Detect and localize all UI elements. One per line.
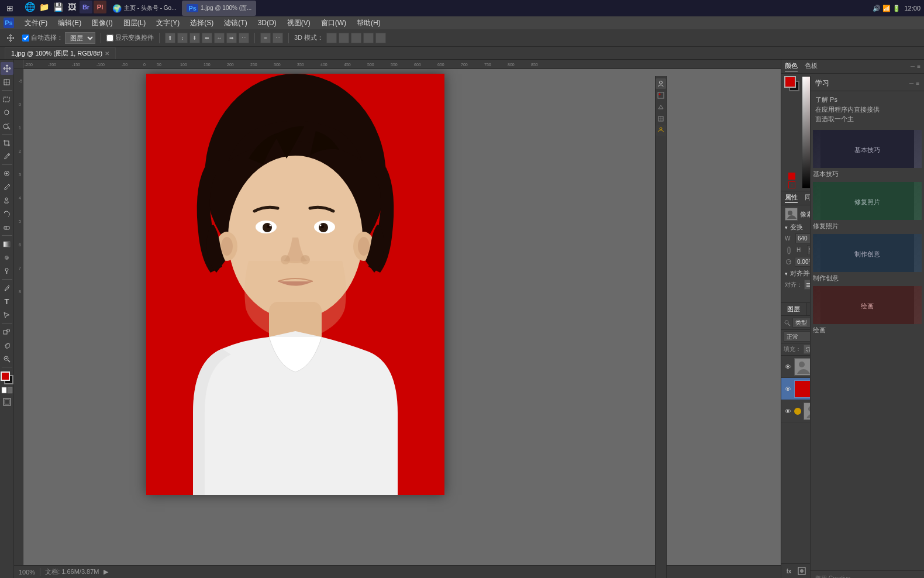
- lasso-tool-btn[interactable]: [1, 106, 13, 119]
- status-arrow[interactable]: ▶: [104, 568, 108, 576]
- align-bottom-btn[interactable]: ⬇: [189, 33, 200, 43]
- taskbar-app-headtiao[interactable]: 🌍 主页 - 头条号 - Go...: [108, 1, 181, 16]
- blur-tool-btn[interactable]: [1, 251, 13, 264]
- add-style-btn[interactable]: fx: [784, 566, 794, 576]
- 3d-btn2[interactable]: [339, 33, 349, 43]
- rectangular-marquee-btn[interactable]: [1, 92, 13, 105]
- align-right-btn[interactable]: ➡: [226, 33, 237, 43]
- swatches-panel-tab[interactable]: 色板: [805, 61, 818, 71]
- quick-mask-btn[interactable]: [1, 387, 13, 395]
- layer-visibility-2[interactable]: 👁: [784, 407, 792, 415]
- dist-top-btn[interactable]: ≡: [260, 33, 271, 43]
- learn-card-label-3: 绘画: [813, 326, 826, 333]
- learn-menu-btn[interactable]: ≡: [916, 80, 919, 87]
- taskbar-app-bridge[interactable]: Br: [80, 1, 92, 13]
- foreground-color-swatch[interactable]: [1, 371, 10, 381]
- learn-card-3[interactable]: 绘画 绘画: [813, 286, 922, 335]
- svg-text:8: 8: [19, 290, 21, 294]
- align-middle-btn[interactable]: ↕: [177, 33, 188, 43]
- menu-layer[interactable]: 图层(L): [119, 17, 151, 29]
- transform-arrow-icon: ▾: [785, 225, 788, 230]
- history-brush-btn[interactable]: [1, 207, 13, 220]
- artboard-tool-btn[interactable]: [1, 75, 13, 88]
- taskbar-app-explorer[interactable]: 📁: [37, 1, 50, 13]
- svg-text:-200: -200: [48, 63, 56, 67]
- layer-visibility-1[interactable]: 👁: [784, 385, 792, 393]
- menu-view[interactable]: 视图(V): [282, 17, 315, 29]
- 3d-btn3[interactable]: [351, 33, 361, 43]
- layer-visibility-0[interactable]: 👁: [784, 363, 792, 371]
- tab-close-button[interactable]: ✕: [105, 50, 109, 57]
- eyedropper-btn[interactable]: [1, 150, 13, 163]
- show-transform-checkbox[interactable]: [106, 35, 113, 42]
- svg-rect-132: [658, 92, 664, 98]
- crop-tool-btn[interactable]: [1, 136, 13, 149]
- properties-tab[interactable]: 属性: [785, 193, 798, 203]
- mini-tool-5[interactable]: [656, 125, 666, 136]
- path-select-btn[interactable]: [1, 308, 13, 321]
- mini-tool-1[interactable]: [656, 78, 666, 89]
- move-tool-btn[interactable]: [1, 62, 13, 75]
- taskbar-app-prelude[interactable]: Pl: [94, 1, 106, 13]
- 3d-btn1[interactable]: [326, 33, 337, 43]
- quick-select-btn[interactable]: [1, 119, 13, 132]
- menu-edit[interactable]: 编辑(E): [53, 17, 86, 29]
- angle-icon: [785, 258, 792, 266]
- taskbar-app-ps[interactable]: Ps 1.jpg @ 100% (面...: [182, 1, 256, 16]
- canvas-area[interactable]: [23, 69, 781, 565]
- mini-tool-3[interactable]: [656, 102, 666, 112]
- learn-card-1[interactable]: 修复照片 修复照片: [813, 182, 922, 230]
- panel-menu-btn[interactable]: ≡: [917, 63, 920, 70]
- taskbar-app-photos[interactable]: 🖼: [65, 1, 78, 13]
- hand-tool-btn[interactable]: [1, 339, 13, 352]
- align-top-btn[interactable]: ⬆: [165, 33, 175, 43]
- menu-file[interactable]: 文件(F): [20, 17, 52, 29]
- eraser-btn[interactable]: [1, 221, 13, 233]
- shape-tool-btn[interactable]: [1, 325, 13, 338]
- pen-tool-btn[interactable]: [1, 281, 13, 294]
- 3d-btn4[interactable]: [363, 33, 374, 43]
- healing-brush-btn[interactable]: [1, 167, 13, 180]
- align-center-btn[interactable]: ↔: [214, 33, 225, 43]
- type-tool-btn[interactable]: T: [1, 295, 13, 308]
- learn-card-0[interactable]: 基本技巧 基本技巧: [813, 130, 922, 178]
- fg-color-swatch[interactable]: [784, 76, 796, 88]
- menu-3d[interactable]: 3D(D): [253, 18, 281, 28]
- learn-card-2[interactable]: 制作创意 制作创意: [813, 234, 922, 283]
- learn-collapse-btn[interactable]: ─: [909, 80, 913, 87]
- menu-type[interactable]: 文字(Y): [151, 17, 184, 29]
- layers-tab-layers[interactable]: 图层: [781, 303, 806, 315]
- mini-tool-4[interactable]: [656, 113, 666, 124]
- menu-window[interactable]: 窗口(W): [316, 17, 351, 29]
- panel-collapse-btn[interactable]: ─: [911, 63, 915, 70]
- learn-card-img-1: 修复照片: [813, 182, 922, 220]
- clone-stamp-btn[interactable]: [1, 194, 13, 207]
- brush-tool-btn[interactable]: [1, 180, 13, 193]
- taskbar-app-storage[interactable]: 💾: [51, 1, 64, 13]
- learn-footer: 普用 Creative...面退出 Cre...: [811, 570, 924, 578]
- align-left-btn[interactable]: ⬅: [202, 33, 212, 43]
- menu-help[interactable]: 帮助(H): [352, 17, 385, 29]
- auto-select-checkbox[interactable]: [22, 35, 29, 42]
- 3d-btn5[interactable]: [375, 33, 386, 43]
- align-more-btn[interactable]: ⋯: [239, 33, 249, 43]
- svg-point-10: [5, 198, 8, 200]
- add-mask-btn[interactable]: [797, 566, 807, 576]
- move-tool-icon: [5, 32, 16, 44]
- gradient-tool-btn[interactable]: [1, 238, 13, 250]
- taskbar-app-ie[interactable]: 🌐: [23, 1, 36, 13]
- auto-select-dropdown[interactable]: 图层: [65, 32, 95, 44]
- tab-main[interactable]: 1.jpg @ 100% (图层 1, RGB/8#) ✕: [5, 47, 116, 59]
- dist-more-btn[interactable]: ⋯: [273, 33, 283, 43]
- menu-filter[interactable]: 滤镜(T): [219, 17, 251, 29]
- screen-mode-btn[interactable]: [3, 398, 11, 408]
- zoom-tool-btn[interactable]: [1, 352, 13, 365]
- menu-image[interactable]: 图像(I): [87, 17, 117, 29]
- windows-icon[interactable]: ⊞: [4, 2, 16, 15]
- menu-select[interactable]: 选择(S): [185, 17, 218, 29]
- color-panel-tab[interactable]: 颜色: [785, 61, 798, 71]
- svg-point-80: [788, 211, 792, 215]
- mini-tool-2[interactable]: [656, 90, 666, 101]
- dodge-tool-btn[interactable]: [1, 264, 13, 277]
- svg-text:-250: -250: [25, 63, 33, 67]
